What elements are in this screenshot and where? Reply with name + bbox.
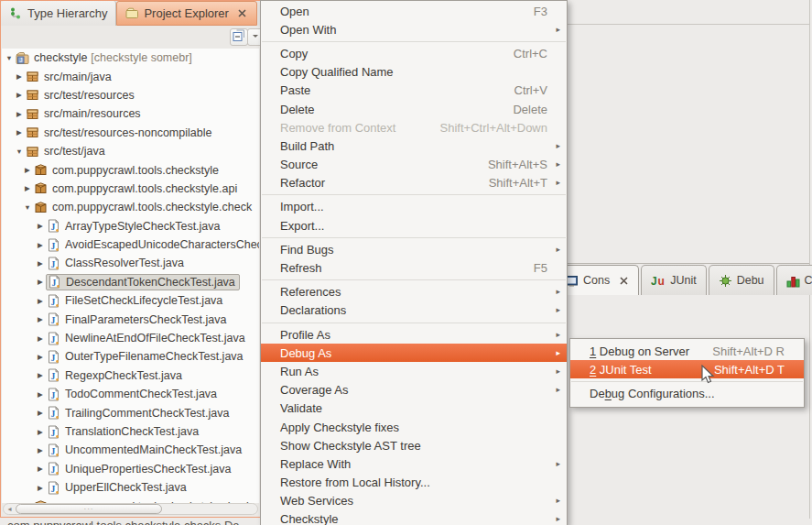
menu-item-refactor[interactable]: RefactorShift+Alt+T▸	[261, 174, 567, 192]
expand-arrow-icon[interactable]: ▶	[35, 353, 46, 361]
tree-item[interactable]: ▶JAvoidEscapedUnicodeCharactersChec	[2, 235, 259, 254]
menu-item-2-junit-test[interactable]: 2 JUnit TestShift+Alt+D T	[570, 360, 804, 378]
tree-item[interactable]: ▶JUniquePropertiesCheckTest.java	[2, 460, 259, 478]
menu-item-import[interactable]: Import...	[261, 198, 567, 216]
tree-item[interactable]: ▼com.puppycrawl.tools.checkstyle.check	[2, 198, 259, 216]
tree-item-content[interactable]: com.puppycrawl.tools.checkstyle.check	[33, 199, 255, 215]
tree-item[interactable]: ▶src/test/resources	[2, 86, 259, 104]
menu-item-apply-checkstyle-fixes[interactable]: Apply Checkstyle fixes	[261, 418, 567, 436]
expand-arrow-icon[interactable]: ▶	[35, 465, 46, 473]
expand-arrow-icon[interactable]: ▶	[35, 390, 46, 399]
tree-item-content[interactable]: JArrayTypeStyleCheckTest.java	[46, 218, 224, 235]
expand-arrow-icon[interactable]: ▶	[14, 110, 25, 118]
menu-item-delete[interactable]: DeleteDelete	[261, 100, 567, 118]
menu-item-web-services[interactable]: Web Services▸	[261, 492, 567, 510]
menu-item-debug-configurations[interactable]: Debug Configurations...	[570, 384, 804, 402]
menu-item-export[interactable]: Export...	[261, 216, 567, 235]
bottom-tab-cover[interactable]: Cover	[776, 265, 812, 295]
menu-item-debug-as[interactable]: Debug As▸	[261, 344, 567, 362]
expand-arrow-icon[interactable]: ▶	[35, 297, 46, 305]
menu-item-source[interactable]: SourceShift+Alt+S▸	[261, 156, 567, 174]
expand-arrow-icon[interactable]: ▶	[35, 484, 46, 492]
menu-item-paste[interactable]: PasteCtrl+V	[261, 82, 567, 100]
menu-item-refresh[interactable]: RefreshF5	[261, 258, 567, 277]
view-tab-project-explorer[interactable]: Project Explorer	[116, 1, 256, 26]
tree-item-content[interactable]: JUniquePropertiesCheckTest.java	[46, 461, 234, 477]
tree-item[interactable]: ▶JFinalParametersCheckTest.java	[2, 310, 259, 328]
collapse-arrow-icon[interactable]: ▼	[22, 203, 33, 212]
tree-item[interactable]: ▶JTodoCommentCheckTest.java	[2, 385, 259, 403]
tree-item-content[interactable]: src/main/java	[25, 69, 115, 85]
tree-item-content[interactable]: JClassResolverTest.java	[46, 255, 188, 271]
menu-item-restore-from-local-history[interactable]: Restore from Local History...	[261, 474, 567, 492]
expand-arrow-icon[interactable]: ▶	[35, 409, 46, 417]
menu-item-references[interactable]: References▸	[261, 283, 567, 301]
bottom-tab-debu[interactable]: Debu	[709, 265, 774, 295]
menu-item-coverage-as[interactable]: Coverage As▸	[261, 381, 567, 399]
tree-item[interactable]: ▶JUncommentedMainCheckTest.java	[2, 441, 259, 459]
menu-item-show-checkstyle-ast-tree[interactable]: Show Checkstyle AST tree	[261, 436, 567, 454]
menu-item-open[interactable]: OpenF3	[261, 2, 567, 20]
tree-item-content[interactable]: com.puppycrawl.tools.checkstyle.api	[33, 180, 241, 197]
tree-item[interactable]: ▶JTranslationCheckTest.java	[2, 422, 259, 441]
collapse-arrow-icon[interactable]: ▼	[4, 54, 15, 62]
scrollbar-thumb[interactable]: ···	[16, 504, 162, 514]
horizontal-scrollbar[interactable]: ◂ ···	[3, 503, 258, 515]
tree-item-content[interactable]: JFinalParametersCheckTest.java	[46, 312, 230, 328]
menu-item-checkstyle[interactable]: Checkstyle▸	[261, 510, 567, 525]
menu-item-replace-with[interactable]: Replace With▸	[261, 454, 567, 473]
tree-item-content[interactable]: JFileSetCheckLifecycleTest.java	[46, 292, 226, 309]
expand-arrow-icon[interactable]: ▶	[35, 334, 46, 343]
expand-arrow-icon[interactable]: ▶	[35, 241, 46, 249]
tree-item[interactable]: ▶JArrayTypeStyleCheckTest.java	[2, 217, 259, 235]
tree-item-content[interactable]: JTodoCommentCheckTest.java	[46, 386, 221, 402]
tree-item-content[interactable]: Jcheckstyle[checkstyle somebr]	[15, 49, 196, 66]
scroll-left-arrow-icon[interactable]: ◂	[5, 504, 14, 514]
expand-arrow-icon[interactable]: ▶	[35, 222, 46, 230]
tree-item-content[interactable]: JDescendantTokenCheckTest.java	[46, 274, 240, 290]
menu-item-copy[interactable]: CopyCtrl+C	[261, 44, 567, 62]
menu-item-find-bugs[interactable]: Find Bugs▸	[261, 240, 567, 258]
tree-item-content[interactable]: src/test/resources	[25, 87, 138, 104]
menu-item-open-with[interactable]: Open With▸	[261, 20, 567, 38]
tree-item-content[interactable]: src/main/resources	[25, 105, 145, 122]
expand-arrow-icon[interactable]: ▶	[14, 72, 25, 81]
tree-item[interactable]: ▶JDescendantTokenCheckTest.java	[2, 273, 259, 291]
tree-item-content[interactable]: JAvoidEscapedUnicodeCharactersChec	[46, 236, 259, 253]
tree-item[interactable]: ▶src/main/resources	[2, 104, 259, 123]
tree-item[interactable]: ▶com.puppycrawl.tools.checkstyle.api	[2, 180, 259, 198]
menu-item-copy-qualified-name[interactable]: Copy Qualified Name	[261, 63, 567, 82]
menu-item-profile-as[interactable]: Profile As▸	[261, 325, 567, 344]
tree-item-content[interactable]: com.puppycrawl.tools.checkstyle	[33, 162, 222, 179]
tree-item[interactable]: ▶JClassResolverTest.java	[2, 254, 259, 272]
tree-item[interactable]: ▶src/test/resources-noncompilable	[2, 124, 259, 142]
menu-item-1-debug-on-server[interactable]: 1 Debug on ServerShift+Alt+D R	[570, 342, 804, 360]
tree-item[interactable]: ▼src/test/java	[2, 142, 259, 160]
expand-arrow-icon[interactable]: ▶	[14, 128, 25, 137]
tree-item[interactable]: ▶src/main/java	[2, 67, 259, 85]
tree-item[interactable]: ▶JTrailingCommentCheckTest.java	[2, 403, 259, 421]
close-icon[interactable]	[237, 8, 248, 19]
tree-item-content[interactable]: JTranslationCheckTest.java	[46, 423, 202, 440]
tree-item[interactable]: ▶JNewlineAtEndOfFileCheckTest.java	[2, 329, 259, 347]
collapse-all-button[interactable]	[230, 28, 248, 46]
tree-item-content[interactable]: JOuterTypeFilenameCheckTest.java	[46, 348, 247, 365]
menu-item-build-path[interactable]: Build Path▸	[261, 137, 567, 155]
tree-item-content[interactable]: src/test/resources-noncompilable	[25, 125, 215, 141]
tree-item[interactable]: ▶JFileSetCheckLifecycleTest.java	[2, 291, 259, 310]
menu-item-validate[interactable]: Validate	[261, 399, 567, 418]
view-tab-type-hierarchy[interactable]: Type Hierarchy	[1, 1, 116, 26]
expand-arrow-icon[interactable]: ▶	[35, 446, 46, 454]
expand-arrow-icon[interactable]: ▶	[35, 278, 46, 286]
close-icon[interactable]	[618, 275, 629, 286]
menu-item-declarations[interactable]: Declarations▸	[261, 301, 567, 320]
bottom-tab-junit[interactable]: JuJUnit	[641, 265, 706, 295]
expand-arrow-icon[interactable]: ▶	[22, 166, 33, 174]
expand-arrow-icon[interactable]: ▶	[14, 91, 25, 99]
collapse-arrow-icon[interactable]: ▼	[14, 148, 25, 156]
menu-item-remove-from-context[interactable]: Remove from ContextShift+Ctrl+Alt+Down	[261, 118, 567, 137]
tree-item-content[interactable]: JTrailingCommentCheckTest.java	[46, 405, 233, 421]
tree-item-content[interactable]: JUncommentedMainCheckTest.java	[46, 442, 245, 458]
expand-arrow-icon[interactable]: ▶	[35, 315, 46, 323]
tree-item-content[interactable]: src/test/java	[25, 143, 109, 159]
